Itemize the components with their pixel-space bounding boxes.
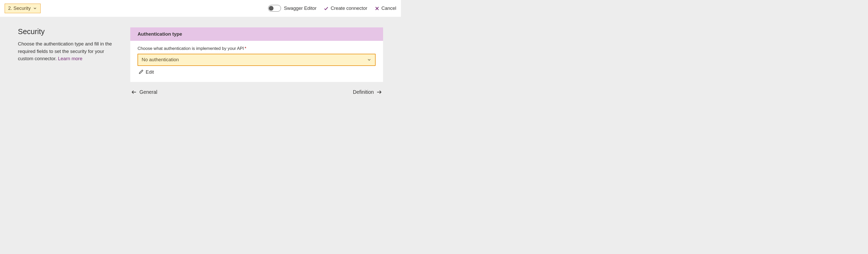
cancel-label: Cancel [381, 5, 396, 11]
panel-header: Authentication type [130, 27, 383, 41]
chevron-down-icon [33, 6, 37, 10]
arrow-right-icon [376, 89, 382, 95]
edit-label: Edit [146, 69, 154, 75]
toggle-knob [269, 6, 274, 10]
auth-type-select[interactable]: No authentication [137, 54, 376, 66]
content-area: Security Choose the authentication type … [0, 17, 401, 100]
auth-field-label-text: Choose what authentication is implemente… [137, 46, 244, 51]
step-dropdown[interactable]: 2. Security [5, 4, 40, 13]
page-description: Choose the authentication type and fill … [18, 40, 116, 63]
required-indicator: * [245, 46, 246, 51]
create-connector-button[interactable]: Create connector [323, 5, 367, 11]
top-right-actions: Swagger Editor Create connector Cancel [268, 5, 396, 12]
swagger-editor-toggle[interactable] [268, 5, 281, 12]
auth-field-label: Choose what authentication is implemente… [137, 46, 376, 51]
chevron-down-icon [367, 57, 371, 62]
right-column: Authentication type Choose what authenti… [130, 27, 383, 95]
auth-panel: Authentication type Choose what authenti… [130, 27, 383, 82]
pencil-icon [139, 69, 144, 74]
step-label: 2. Security [8, 5, 31, 11]
swagger-toggle-group: Swagger Editor [268, 5, 317, 12]
learn-more-link[interactable]: Learn more [58, 56, 82, 61]
create-connector-label: Create connector [331, 5, 367, 11]
arrow-left-icon [131, 89, 137, 95]
prev-link-label: General [140, 89, 157, 95]
cancel-button[interactable]: Cancel [375, 5, 396, 11]
edit-button[interactable]: Edit [137, 69, 154, 75]
next-link-label: Definition [353, 89, 374, 95]
left-column: Security Choose the authentication type … [18, 27, 116, 63]
prev-link-general[interactable]: General [131, 89, 157, 95]
panel-body: Choose what authentication is implemente… [130, 41, 383, 82]
checkmark-icon [323, 6, 329, 11]
top-bar: 2. Security Swagger Editor Create connec… [0, 0, 401, 17]
swagger-editor-label: Swagger Editor [284, 5, 316, 11]
nav-row: General Definition [130, 89, 383, 95]
close-icon [375, 6, 379, 11]
auth-type-selected-value: No authentication [142, 57, 179, 63]
page-title: Security [18, 27, 116, 36]
next-link-definition[interactable]: Definition [353, 89, 382, 95]
